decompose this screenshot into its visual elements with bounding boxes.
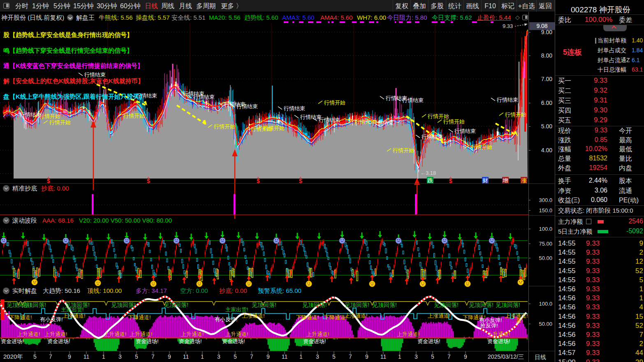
- svg-text:11: 11: [282, 353, 288, 360]
- svg-text:通【K线变蓝色下穿安全线是行情提前结束的信号】: 通【K线变蓝色下穿安全线是行情提前结束的信号】: [3, 62, 144, 69]
- svg-text:行情开始: 行情开始: [443, 118, 465, 125]
- svg-text:^: ^: [47, 176, 50, 180]
- svg-text:^: ^: [449, 176, 452, 180]
- svg-text:有小反弹!: 有小反弹!: [215, 316, 238, 323]
- svg-text:预警系统: 65.00: 预警系统: 65.00: [258, 287, 301, 294]
- svg-text:见顶回落!: 见顶回落!: [434, 302, 459, 308]
- svg-text:9.33: 9.33: [503, 23, 513, 29]
- svg-text:9: 9: [168, 353, 171, 360]
- svg-text:见顶回落!: 见顶回落!: [345, 302, 369, 308]
- svg-text:天走强!: 天走强!: [357, 115, 375, 121]
- svg-text:盘【K线上穿牛熊线为强势区,跟着行情开始只股买】: 盘【K线上穿牛熊线为强势区,跟着行情开始只股买】: [3, 93, 145, 100]
- svg-text:11: 11: [83, 353, 90, 360]
- svg-text:股【趋势线上穿安全线是鱼身行情出现的信号】: 股【趋势线上穿安全线是鱼身行情出现的信号】: [3, 31, 133, 38]
- svg-text:行情开始: 行情开始: [123, 113, 145, 119]
- svg-text:上升通道!: 上升通道!: [225, 331, 248, 337]
- svg-text:1: 1: [398, 353, 401, 360]
- svg-text:实时解盘: 实时解盘: [12, 287, 37, 294]
- svg-text:解【安全线上的红色K线就持股;灰蓝色K线就持币】: 解【安全线上的红色K线就持股;灰蓝色K线就持币】: [3, 77, 144, 84]
- svg-text:滚动波段: 滚动波段: [12, 217, 37, 224]
- svg-text:上涨通道!: 上涨通道!: [242, 313, 265, 319]
- svg-text:下降通道!: 下降通道!: [296, 314, 319, 320]
- svg-text:行情结束: 行情结束: [19, 111, 41, 118]
- svg-text:9: 9: [266, 353, 270, 360]
- svg-text:资金进场!: 资金进场!: [179, 338, 202, 344]
- svg-text:2025/03/12/三: 2025/03/12/三: [488, 353, 524, 360]
- svg-text:9: 9: [464, 353, 467, 360]
- svg-text:行情结束: 行情结束: [193, 94, 215, 100]
- svg-text:行情结束: 行情结束: [283, 105, 305, 111]
- svg-text:5: 5: [33, 353, 37, 360]
- svg-text:V20: 20.00 V50: 50.00 V80: 8: V20: 20.00 V50: 50.00 V80: 80.00: [79, 217, 172, 224]
- svg-text:精准抄底: 精准抄底: [12, 185, 37, 192]
- svg-text:行情开始: 行情开始: [263, 125, 285, 131]
- svg-text:上升通道!: 上升通道!: [306, 331, 329, 337]
- svg-text:下降通道!: 下降通道!: [9, 314, 32, 320]
- svg-text:7: 7: [49, 353, 52, 360]
- svg-text:11: 11: [183, 353, 189, 360]
- svg-text:上升通道!: 上升通道!: [44, 331, 67, 337]
- svg-text:下降通道!: 下降通道!: [324, 314, 347, 320]
- svg-text:行情开始: 行情开始: [470, 144, 492, 150]
- svg-text:1: 1: [201, 353, 204, 360]
- svg-text:行情结束: 行情结束: [318, 117, 340, 123]
- svg-text:跌: 跌: [428, 177, 433, 183]
- svg-text:下降通道!: 下降通道!: [128, 314, 151, 320]
- svg-text:主家出货!: 主家出货!: [61, 306, 84, 313]
- svg-text:行情开始: 行情开始: [39, 113, 60, 119]
- svg-text:资金进场!: 资金进场!: [1, 338, 24, 344]
- svg-text:行情开始: 行情开始: [392, 147, 414, 153]
- svg-text:2020年: 2020年: [3, 353, 23, 360]
- svg-text:见顶回落!: 见顶回落!: [496, 302, 520, 308]
- svg-text:抄底: 0.00: 抄底: 0.00: [41, 185, 69, 192]
- svg-text:行情开始: 行情开始: [427, 113, 449, 119]
- svg-text:顶线: 100.00: 顶线: 100.00: [87, 287, 122, 294]
- svg-text:9: 9: [365, 353, 368, 360]
- svg-text:见顶回落!: 见顶回落!: [21, 302, 46, 308]
- svg-text:行情结束: 行情结束: [236, 103, 258, 109]
- svg-text:行情结束: 行情结束: [421, 134, 443, 140]
- svg-text:增: 增: [503, 177, 508, 183]
- svg-text:5: 5: [332, 353, 336, 360]
- svg-text:资金进场!: 资金进场!: [417, 338, 440, 344]
- svg-text:上涨通道!: 上涨通道!: [63, 313, 86, 319]
- svg-text:←3.18: ←3.18: [420, 170, 436, 176]
- svg-text:行情结束: 行情结束: [496, 97, 518, 103]
- svg-text:有小反弹!: 有小反弹!: [40, 316, 63, 323]
- svg-text:上升通道!: 上升通道!: [181, 331, 204, 337]
- svg-text:行情开始: 行情开始: [213, 123, 235, 130]
- svg-text:5: 5: [431, 353, 434, 360]
- svg-text:行情开始: 行情开始: [324, 100, 345, 106]
- svg-text:3: 3: [217, 353, 220, 360]
- svg-text:1: 1: [102, 353, 105, 360]
- svg-text:7: 7: [250, 353, 253, 360]
- svg-text:空方: 0.00: 空方: 0.00: [180, 287, 208, 294]
- svg-text:见顶回落!: 见顶回落!: [302, 302, 327, 308]
- svg-text:^: ^: [299, 176, 302, 180]
- svg-text:^: ^: [257, 176, 259, 180]
- svg-text:多方: 34.17: 多方: 34.17: [136, 287, 167, 294]
- svg-text:7: 7: [447, 353, 451, 360]
- svg-text:上升通道!: 上升通道!: [104, 331, 127, 337]
- svg-text:主家出货!: 主家出货!: [225, 306, 248, 313]
- svg-text:财: 财: [483, 177, 488, 183]
- svg-text:5: 5: [234, 353, 237, 360]
- svg-text:3: 3: [118, 353, 122, 360]
- svg-text:见顶回落!: 见顶回落!: [111, 302, 136, 308]
- svg-text:11: 11: [380, 353, 387, 360]
- svg-text:9: 9: [68, 353, 71, 360]
- svg-text:资金进场!: 资金进场!: [136, 338, 159, 344]
- svg-text:大趋势: 50.16: 大趋势: 50.16: [43, 287, 80, 294]
- svg-text:上升通道!: 上升通道!: [130, 331, 153, 337]
- svg-text:资金进场!: 资金进场!: [303, 338, 326, 344]
- svg-text:AAA: 68.16: AAA: 68.16: [42, 217, 74, 224]
- svg-text:资金进场!: 资金进场!: [47, 338, 70, 344]
- svg-text:资金进场!: 资金进场!: [487, 338, 510, 344]
- svg-text:行情结束: 行情结束: [402, 97, 424, 103]
- svg-text:见顶回落!: 见顶回落!: [164, 302, 188, 308]
- svg-text:上升通道!: 上升通道!: [17, 331, 40, 337]
- svg-text:急!: 急!: [516, 317, 523, 323]
- svg-text:抄底: 0.00: 抄底: 0.00: [219, 287, 247, 294]
- svg-text:行情开始: 行情开始: [49, 119, 71, 125]
- svg-text:3: 3: [415, 353, 418, 360]
